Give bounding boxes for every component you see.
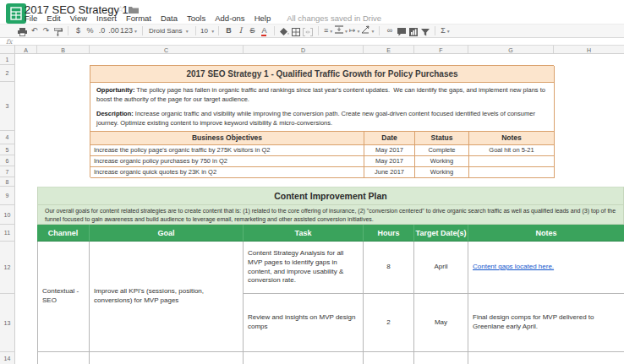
date-cell[interactable]: May 2017 bbox=[364, 145, 415, 156]
menu-data[interactable]: Data bbox=[161, 14, 178, 24]
format-percent-icon[interactable]: % bbox=[85, 24, 96, 37]
hours-cell[interactable]: 2 bbox=[364, 294, 414, 352]
row-header-6[interactable]: 6 bbox=[0, 155, 15, 166]
empty-cell[interactable] bbox=[90, 352, 244, 364]
menu-insert[interactable]: Insert bbox=[96, 14, 117, 24]
notes-cell[interactable]: Goal hit on 5-21 bbox=[469, 145, 555, 156]
strategy-table-title-cell[interactable]: 2017 SEO Strategy 1 - Qualified Traffic … bbox=[90, 66, 555, 83]
sheets-logo-icon[interactable] bbox=[6, 3, 26, 24]
plan-notes-cell[interactable]: Final design comps for MVP delivered to … bbox=[468, 294, 624, 352]
date-header-cell[interactable]: Date bbox=[364, 132, 415, 145]
font-family-select[interactable]: Droid Sans ▼ bbox=[147, 24, 191, 38]
redo-icon[interactable]: ↷ bbox=[41, 24, 52, 37]
row-header-9[interactable]: 9 bbox=[0, 187, 15, 205]
goal-cell[interactable]: Improve all KPI's (sessions, position, c… bbox=[90, 242, 244, 352]
text-wrap-button[interactable]: ↦▼ bbox=[349, 24, 361, 38]
task-cell[interactable]: Review and insights on MVP design comps bbox=[244, 294, 364, 352]
row-header-8[interactable]: 8 bbox=[0, 177, 15, 187]
insert-comment-icon[interactable] bbox=[396, 25, 407, 36]
objectives-header-cell[interactable]: Business Objectives bbox=[90, 132, 364, 145]
row-header-14[interactable]: 14 bbox=[0, 352, 15, 364]
text-color-button[interactable]: A bbox=[259, 24, 270, 37]
column-header-c[interactable]: C bbox=[90, 45, 244, 54]
target-date-cell[interactable]: May bbox=[414, 294, 468, 352]
increase-decimal-icon[interactable]: .00 bbox=[108, 24, 119, 37]
bold-button[interactable]: B bbox=[223, 24, 234, 37]
row-header-13[interactable]: 13 bbox=[0, 294, 15, 352]
notes-header-cell[interactable]: Notes bbox=[469, 132, 555, 145]
empty-cell[interactable] bbox=[414, 352, 468, 364]
objective-cell[interactable]: Increase the policy page's organic traff… bbox=[90, 145, 364, 156]
column-header-f[interactable]: F bbox=[414, 45, 468, 54]
text-rotation-button[interactable]: ▼ bbox=[361, 24, 375, 38]
content-gaps-link[interactable]: Content gaps located here. bbox=[473, 263, 554, 272]
menu-help[interactable]: Help bbox=[255, 14, 271, 24]
task-header-cell[interactable]: Task bbox=[244, 225, 364, 242]
notes-cell[interactable] bbox=[469, 156, 555, 167]
channel-header-cell[interactable]: Channel bbox=[37, 225, 90, 242]
column-header-e[interactable]: E bbox=[364, 45, 414, 54]
status-cell[interactable]: Working bbox=[415, 167, 469, 178]
objective-cell[interactable]: Increase organic policy purchases by 750… bbox=[90, 156, 364, 167]
insert-chart-icon[interactable] bbox=[408, 25, 419, 36]
channel-cell[interactable]: Contextual - SEO bbox=[37, 242, 90, 352]
fill-color-icon[interactable] bbox=[279, 25, 290, 36]
save-status[interactable]: All changes saved in Drive bbox=[287, 14, 381, 24]
column-header-a[interactable]: A bbox=[15, 45, 37, 54]
plan-description-cell[interactable]: Our overall goals for content related st… bbox=[37, 205, 624, 225]
row-header-3[interactable]: 3 bbox=[0, 82, 15, 131]
status-cell[interactable]: Complete bbox=[415, 145, 469, 156]
merge-cells-icon[interactable] bbox=[303, 25, 314, 36]
insert-link-icon[interactable]: ∞ bbox=[384, 24, 395, 37]
horizontal-align-button[interactable]: ≡▼ bbox=[323, 24, 334, 38]
row-header-10[interactable]: 10 bbox=[0, 205, 15, 225]
objective-cell[interactable]: Increase organic quick quotes by 23K in … bbox=[90, 167, 364, 178]
column-header-b[interactable]: B bbox=[37, 45, 90, 54]
menu-tools[interactable]: Tools bbox=[187, 14, 205, 24]
status-header-cell[interactable]: Status bbox=[415, 132, 469, 145]
menu-addons[interactable]: Add-ons bbox=[215, 14, 244, 24]
hours-cell[interactable]: 8 bbox=[364, 242, 414, 294]
plan-notes-cell[interactable]: Content gaps located here. bbox=[468, 242, 624, 294]
row-header-5[interactable]: 5 bbox=[0, 144, 15, 155]
empty-cell[interactable] bbox=[364, 352, 414, 364]
hours-header-cell[interactable]: Hours bbox=[364, 225, 414, 242]
status-cell[interactable]: Working bbox=[415, 156, 469, 167]
star-icon[interactable]: ☆ bbox=[117, 4, 124, 14]
empty-cell[interactable] bbox=[37, 352, 90, 364]
strikethrough-button[interactable]: S bbox=[247, 24, 258, 37]
filter-icon[interactable] bbox=[419, 25, 430, 36]
format-currency-icon[interactable]: $ bbox=[73, 24, 84, 37]
empty-cell[interactable] bbox=[244, 352, 364, 364]
formula-bar[interactable] bbox=[0, 38, 624, 45]
date-cell[interactable]: June 2017 bbox=[364, 167, 415, 178]
row-header-7[interactable]: 7 bbox=[0, 166, 15, 177]
target-date-cell[interactable]: April bbox=[414, 242, 468, 294]
row-header-1[interactable]: 1 bbox=[0, 54, 15, 65]
column-header-d[interactable]: D bbox=[244, 45, 364, 54]
decrease-decimal-icon[interactable]: .0 bbox=[96, 24, 107, 37]
paint-format-icon[interactable] bbox=[52, 25, 63, 36]
folder-icon[interactable] bbox=[129, 6, 139, 14]
plan-title-cell[interactable]: Content Improvement Plan bbox=[37, 187, 624, 205]
plan-notes-header-cell[interactable]: Notes bbox=[468, 225, 624, 242]
borders-button[interactable] bbox=[291, 25, 302, 36]
target-date-header-cell[interactable]: Target Date(s) bbox=[414, 225, 468, 242]
print-icon[interactable] bbox=[17, 25, 28, 36]
column-header-g[interactable]: G bbox=[468, 45, 554, 54]
italic-button[interactable]: I bbox=[235, 24, 246, 37]
empty-cell[interactable] bbox=[468, 352, 624, 364]
row-header-2[interactable]: 2 bbox=[0, 65, 15, 82]
vertical-align-button[interactable]: ▼ bbox=[335, 24, 348, 38]
goal-header-cell[interactable]: Goal bbox=[90, 225, 244, 242]
menu-view[interactable]: View bbox=[70, 14, 87, 24]
task-cell[interactable]: Content Strategy Analysis for all MVP pa… bbox=[244, 242, 364, 294]
row-header-4[interactable]: 4 bbox=[0, 131, 15, 144]
notes-cell[interactable] bbox=[469, 167, 555, 178]
menu-edit[interactable]: Edit bbox=[47, 14, 60, 24]
functions-button[interactable]: Σ▼ bbox=[440, 24, 451, 38]
date-cell[interactable]: May 2017 bbox=[364, 156, 415, 167]
row-header-11[interactable]: 11 bbox=[0, 225, 15, 242]
column-header-h[interactable]: H bbox=[554, 45, 624, 54]
menu-file[interactable]: File bbox=[25, 14, 37, 24]
